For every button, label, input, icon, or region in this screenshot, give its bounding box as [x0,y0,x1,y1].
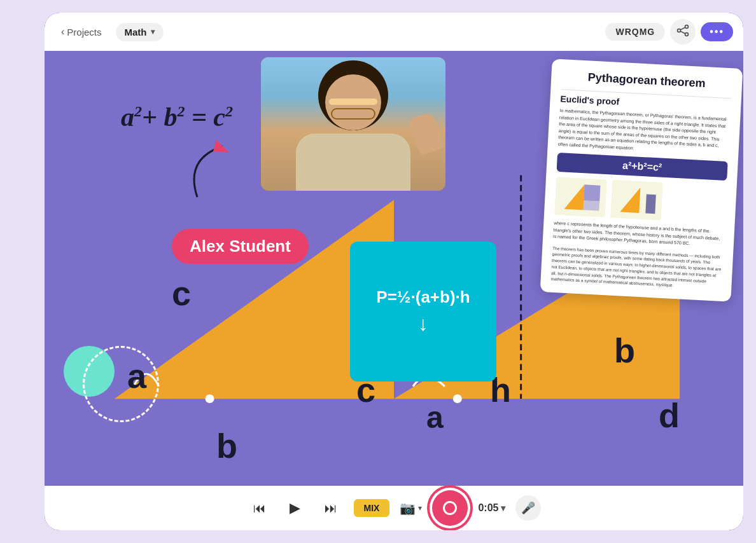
camera-icon: 📷 [400,500,416,516]
doc-title: Pythagorean theorem [561,69,732,92]
pink-arrow [178,134,255,212]
svg-rect-13 [584,184,600,201]
math-formula: a2+ b2 = c2 [121,102,233,132]
document-panel: Pythagorean theorem Euclid's proof In ma… [540,58,743,301]
timer-value: 0:05 [478,502,498,514]
back-button[interactable]: ‹ Projects [55,22,108,41]
label-b-right: b [614,331,635,370]
play-icon: ▶ [290,500,300,516]
forward-icon: ⏭ [325,501,337,516]
svg-point-9 [453,394,462,403]
trapezoid-formula: P=½·(a+b)·h [376,287,470,307]
more-button[interactable]: ••• [701,22,733,41]
play-button[interactable]: ▶ [283,495,308,521]
doc-formula-display: a²+b²=c² [557,153,728,181]
top-bar: ‹ Projects Math ▾ WRQMG ••• [45,13,743,51]
doc-image-1 [554,177,607,217]
mic-icon: 🎤 [521,501,535,515]
label-d: d [659,395,680,435]
svg-point-8 [206,394,214,403]
svg-point-0 [685,25,689,28]
label-c-hypotenuse: c [172,273,191,313]
record-inner-dot [443,501,457,515]
project-name: Math [125,27,147,38]
svg-point-2 [678,29,681,32]
share-button[interactable] [670,19,696,45]
dropdown-arrow-icon: ▾ [151,27,155,36]
doc-body-1: In mathematics, the Pythagorean theorem,… [558,107,731,156]
label-a-bottom: a [426,400,444,435]
svg-point-1 [685,32,689,36]
back-arrow-icon: ‹ [61,26,64,38]
svg-marker-17 [645,194,656,214]
mix-button[interactable]: MIX [354,499,390,517]
student-name: Alex Student [190,237,291,256]
share-icon [676,24,689,40]
session-code: WRQMG [615,27,655,37]
svg-line-4 [680,31,685,34]
label-a-left: a [127,356,146,395]
canvas-area: a2+ b2 = c2 Alex Student P=½·(a+b)·h ↓ a… [45,51,743,486]
formula-arrow-down: ↓ [418,312,428,336]
svg-marker-10 [213,140,229,153]
camera-button[interactable]: 📷 ▾ [400,500,422,516]
bottom-bar: ⏮ ▶ ⏭ MIX 📷 ▾ 0:05 ▾ 🎤 [45,486,743,530]
svg-rect-14 [583,200,599,210]
rewind-icon: ⏮ [253,501,266,516]
back-label: Projects [67,27,101,38]
svg-line-3 [680,27,685,30]
more-icon: ••• [710,26,724,37]
mic-button[interactable]: 🎤 [515,495,541,521]
doc-body-2: where c represents the length of the hyp… [553,220,724,249]
forward-button[interactable]: ⏭ [318,495,344,521]
formula-text: a2+ b2 = c2 [121,102,233,132]
record-button[interactable] [432,490,468,526]
mix-label: MIX [364,503,380,513]
doc-image-2 [610,180,663,221]
project-dropdown[interactable]: Math ▾ [116,23,164,41]
trapezoid-formula-box: P=½·(a+b)·h ↓ [350,242,496,381]
label-b-bottom: b [216,426,237,465]
video-thumbnail [261,57,445,191]
rewind-button[interactable]: ⏮ [247,495,272,521]
timer-dropdown-icon[interactable]: ▾ [501,503,505,513]
main-container: ‹ Projects Math ▾ WRQMG ••• [45,13,743,530]
session-code-badge: WRQMG [605,23,665,41]
doc-body-3: The theorem has been proven numerous tim… [550,245,723,291]
camera-dropdown-icon: ▾ [418,504,422,512]
doc-images-row [554,177,727,224]
deco-dash-arc [83,346,159,422]
timer-display: 0:05 ▾ [478,502,505,514]
student-name-badge: Alex Student [172,229,309,264]
